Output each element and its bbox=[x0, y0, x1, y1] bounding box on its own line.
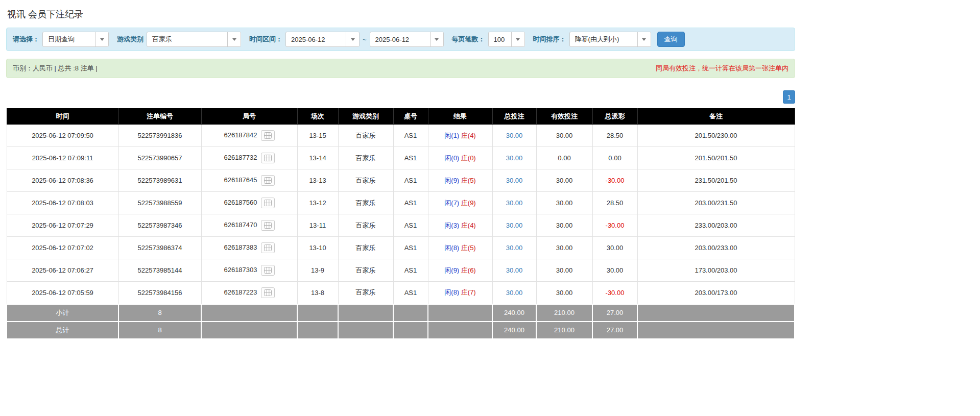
cell-payout: 28.50 bbox=[592, 125, 637, 147]
cell-result: 闲(7) 庄(9) bbox=[428, 192, 492, 214]
cell-session: 13-10 bbox=[297, 237, 338, 259]
header-time: 时间 bbox=[7, 109, 118, 125]
cell-total-bet: 30.00 bbox=[492, 214, 536, 237]
subtotal-label: 小计 bbox=[7, 304, 118, 322]
cell-payout: 0.00 bbox=[592, 147, 637, 169]
date-from-value: 2025-06-12 bbox=[286, 36, 330, 43]
cell-remark: 203.00/231.50 bbox=[637, 192, 795, 214]
video-replay-icon bbox=[264, 200, 272, 206]
result-player: 闲(8) bbox=[444, 244, 459, 252]
cell-session: 13-12 bbox=[297, 192, 338, 214]
cell-payout: 30.00 bbox=[592, 259, 637, 282]
cell-total-bet: 30.00 bbox=[492, 192, 536, 214]
payout-value: -30.00 bbox=[606, 289, 625, 297]
cell-table-no: AS1 bbox=[393, 147, 428, 169]
chevron-down-icon bbox=[227, 32, 241, 46]
table-row: 2025-06-12 07:07:02522573986374626187383… bbox=[7, 237, 795, 259]
cell-session: 13-8 bbox=[297, 282, 338, 304]
cell-result: 闲(1) 庄(4) bbox=[428, 125, 492, 147]
cell-table-no: AS1 bbox=[393, 125, 428, 147]
total-bet-link[interactable]: 30.00 bbox=[506, 222, 523, 229]
cell-total-bet: 30.00 bbox=[492, 282, 536, 304]
header-session: 场次 bbox=[297, 109, 338, 125]
game-type-dropdown[interactable]: 百家乐 bbox=[147, 32, 241, 47]
cell-table-no: AS1 bbox=[393, 192, 428, 214]
round-video-button[interactable] bbox=[261, 175, 275, 186]
chevron-down-icon bbox=[637, 32, 651, 46]
sort-order-label: 时间排序： bbox=[533, 35, 566, 44]
cell-result: 闲(3) 庄(4) bbox=[428, 214, 492, 237]
header-valid-bet: 有效投注 bbox=[536, 109, 592, 125]
page-1-button[interactable]: 1 bbox=[783, 90, 795, 104]
cell-round-id: 626187470 bbox=[201, 214, 297, 237]
cell-time: 2025-06-12 07:09:50 bbox=[7, 125, 118, 147]
table-footer: 小计 8 240.00 210.00 27.00 总计 8 240.00 210… bbox=[7, 304, 795, 339]
video-replay-icon bbox=[264, 132, 272, 139]
select-type-dropdown[interactable]: 日期查询 bbox=[42, 32, 109, 47]
video-replay-icon bbox=[264, 244, 272, 251]
date-from-dropdown[interactable]: 2025-06-12 bbox=[285, 32, 360, 47]
round-video-button[interactable] bbox=[261, 265, 275, 276]
total-bet-link[interactable]: 30.00 bbox=[506, 154, 523, 162]
total-bet-link[interactable]: 30.00 bbox=[506, 244, 523, 252]
round-video-button[interactable] bbox=[261, 130, 275, 141]
cell-round-id: 626187645 bbox=[201, 169, 297, 192]
table-row: 2025-06-12 07:09:11522573990657626187732… bbox=[7, 147, 795, 169]
round-video-button[interactable] bbox=[261, 198, 275, 208]
date-to-dropdown[interactable]: 2025-06-12 bbox=[370, 32, 444, 47]
cell-round-id: 626187303 bbox=[201, 259, 297, 282]
total-bet-link[interactable]: 30.00 bbox=[506, 266, 523, 274]
result-player: 闲(9) bbox=[444, 266, 459, 274]
total-bet-link[interactable]: 30.00 bbox=[506, 132, 523, 139]
total-label: 总计 bbox=[7, 322, 118, 339]
header-result: 结果 bbox=[428, 109, 492, 125]
page-size-value: 100 bbox=[489, 36, 510, 43]
cell-round-id: 626187223 bbox=[201, 282, 297, 304]
cell-table-no: AS1 bbox=[393, 282, 428, 304]
cell-valid-bet: 30.00 bbox=[536, 259, 592, 282]
cell-game-type: 百家乐 bbox=[338, 214, 393, 237]
total-payout: 27.00 bbox=[592, 322, 637, 339]
sort-order-dropdown[interactable]: 降幂(由大到小) bbox=[569, 32, 651, 47]
total-bet-link[interactable]: 30.00 bbox=[506, 199, 523, 207]
cell-game-type: 百家乐 bbox=[338, 237, 393, 259]
payout-value: -30.00 bbox=[606, 177, 625, 184]
total-bet-link[interactable]: 30.00 bbox=[506, 289, 523, 297]
page-title: 视讯 会员下注纪录 bbox=[7, 8, 795, 20]
round-video-button[interactable] bbox=[261, 153, 275, 163]
search-button[interactable]: 查询 bbox=[657, 32, 685, 47]
cell-table-no: AS1 bbox=[393, 214, 428, 237]
subtotal-row: 小计 8 240.00 210.00 27.00 bbox=[7, 304, 795, 322]
page-size-dropdown[interactable]: 100 bbox=[488, 32, 525, 47]
cell-round-id: 626187383 bbox=[201, 237, 297, 259]
subtotal-payout: 27.00 bbox=[592, 304, 637, 322]
video-replay-icon bbox=[264, 267, 272, 274]
round-id-text: 626187470 bbox=[224, 221, 257, 229]
chevron-down-icon bbox=[430, 32, 443, 46]
cell-remark: 173.00/203.00 bbox=[637, 259, 795, 282]
cell-session: 13-13 bbox=[297, 169, 338, 192]
cell-remark: 201.50/201.50 bbox=[637, 147, 795, 169]
round-video-button[interactable] bbox=[261, 242, 275, 253]
cell-game-type: 百家乐 bbox=[338, 192, 393, 214]
subtotal-valid-bet: 210.00 bbox=[536, 304, 592, 322]
header-bet-id: 注单编号 bbox=[118, 109, 201, 125]
result-player: 闲(9) bbox=[444, 177, 459, 184]
result-player: 闲(1) bbox=[444, 132, 459, 139]
range-separator: ~ bbox=[363, 36, 367, 43]
payout-value: 28.50 bbox=[607, 132, 624, 139]
round-video-button[interactable] bbox=[261, 220, 275, 231]
bet-records-table: 时间 注单编号 局号 场次 游戏类别 桌号 结果 总投注 有效投注 总派彩 备注… bbox=[6, 108, 795, 339]
result-banker: 庄(5) bbox=[461, 177, 476, 184]
result-banker: 庄(6) bbox=[461, 266, 476, 274]
cell-valid-bet: 30.00 bbox=[536, 237, 592, 259]
cell-valid-bet: 0.00 bbox=[536, 147, 592, 169]
round-video-button[interactable] bbox=[261, 287, 275, 298]
cell-bet-id: 522573985144 bbox=[118, 259, 201, 282]
cell-table-no: AS1 bbox=[393, 259, 428, 282]
table-row: 2025-06-12 07:08:36522573989631626187645… bbox=[7, 169, 795, 192]
header-total-bet: 总投注 bbox=[492, 109, 536, 125]
table-row: 2025-06-12 07:08:03522573988559626187560… bbox=[7, 192, 795, 214]
total-bet-link[interactable]: 30.00 bbox=[506, 177, 523, 184]
cell-bet-id: 522573984156 bbox=[118, 282, 201, 304]
